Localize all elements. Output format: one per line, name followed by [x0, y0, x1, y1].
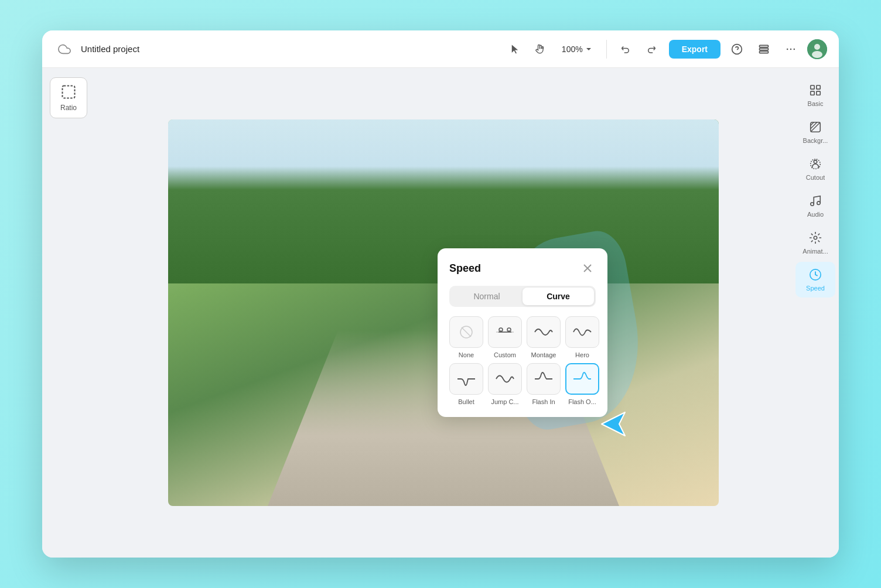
- speed-icon-jump-cut: [488, 363, 522, 395]
- panel-item-cutout[interactable]: Cutout: [795, 151, 835, 187]
- project-title: Untitled project: [81, 44, 139, 54]
- svg-rect-25: [811, 86, 814, 89]
- popup-title: Speed: [449, 262, 481, 275]
- panel-label-background: Backgr...: [803, 137, 828, 144]
- speed-icon-flash-in: [527, 363, 561, 395]
- panel-label-animate: Animat...: [803, 248, 828, 255]
- speed-label-hero: Hero: [575, 351, 589, 358]
- header-divider: [606, 40, 607, 59]
- svg-rect-11: [63, 86, 75, 98]
- panel-item-basic[interactable]: Basic: [795, 77, 835, 113]
- speed-option-flash-out[interactable]: Flash O...: [565, 363, 599, 405]
- speed-label-jump-cut: Jump C...: [491, 398, 518, 405]
- cloud-icon[interactable]: [54, 39, 75, 60]
- panel-item-background[interactable]: Backgr...: [795, 114, 835, 150]
- panel-item-speed[interactable]: Speed: [795, 262, 835, 298]
- svg-marker-24: [602, 412, 625, 436]
- panel-label-audio: Audio: [807, 211, 824, 218]
- svg-point-33: [814, 160, 817, 164]
- help-button[interactable]: [726, 39, 747, 60]
- panel-label-cutout: Cutout: [806, 174, 825, 181]
- speed-icon-none: [449, 316, 483, 348]
- speed-label-flash-in: Flash In: [532, 398, 555, 405]
- svg-rect-4: [760, 51, 769, 53]
- svg-rect-28: [817, 91, 820, 95]
- user-avatar[interactable]: [807, 39, 827, 59]
- speed-icon-bullet: [449, 363, 483, 395]
- svg-marker-0: [512, 45, 518, 53]
- tab-bar: Normal Curve: [449, 286, 596, 307]
- speed-label-custom: Custom: [494, 351, 516, 358]
- right-panel: Basic Backgr...: [792, 68, 839, 558]
- svg-rect-3: [760, 48, 769, 50]
- body: Ratio Speed: [42, 68, 839, 558]
- hand-tool[interactable]: [530, 39, 551, 60]
- svg-point-5: [787, 48, 788, 50]
- speed-label-montage: Montage: [531, 351, 556, 358]
- canvas-image: Speed Normal Curve: [168, 119, 719, 506]
- canvas-area: Speed Normal Curve: [95, 68, 792, 558]
- panel-item-audio[interactable]: Audio: [795, 188, 835, 224]
- ratio-label: Ratio: [60, 104, 77, 112]
- grid-icon: [808, 83, 822, 97]
- tab-curve[interactable]: Curve: [523, 288, 594, 305]
- left-panel: Ratio: [42, 68, 95, 558]
- redo-button[interactable]: [641, 39, 662, 60]
- speed-icon-hero: [565, 316, 599, 348]
- select-tool[interactable]: [504, 39, 525, 60]
- tab-normal[interactable]: Normal: [451, 288, 523, 305]
- svg-rect-26: [817, 86, 820, 89]
- speed-option-none[interactable]: None: [449, 316, 483, 358]
- zoom-control[interactable]: 100%: [556, 41, 598, 57]
- speed-option-bullet[interactable]: Bullet: [449, 363, 483, 405]
- panel-label-basic: Basic: [808, 100, 824, 107]
- export-button[interactable]: Export: [669, 40, 720, 59]
- speed-icon-custom: [488, 316, 522, 348]
- header-left: Untitled project: [54, 39, 497, 60]
- svg-point-36: [817, 201, 821, 205]
- svg-point-10: [812, 51, 822, 58]
- svg-rect-2: [760, 45, 769, 47]
- undo-button[interactable]: [615, 39, 636, 60]
- svg-point-37: [814, 236, 817, 240]
- header-right: Export: [669, 39, 827, 60]
- speed-option-hero[interactable]: Hero: [565, 316, 599, 358]
- svg-point-35: [811, 203, 814, 206]
- panel-item-animate[interactable]: Animat...: [795, 225, 835, 261]
- speed-popup: Speed Normal Curve: [438, 248, 607, 417]
- app-window: Untitled project 100%: [42, 30, 839, 558]
- layers-button[interactable]: [753, 39, 774, 60]
- more-button[interactable]: [780, 39, 801, 60]
- ratio-button[interactable]: Ratio: [50, 77, 87, 118]
- speed-label-flash-out: Flash O...: [568, 398, 596, 405]
- speed-label-bullet: Bullet: [458, 398, 474, 405]
- svg-line-15: [462, 327, 471, 337]
- svg-rect-27: [811, 91, 814, 95]
- speed-icon-montage: [527, 316, 561, 348]
- cutout-icon: [808, 157, 822, 171]
- speed-icon: [808, 268, 822, 282]
- panel-label-speed: Speed: [806, 285, 825, 292]
- cursor-arrow: [596, 406, 631, 442]
- mask-icon: [808, 120, 822, 134]
- speed-grid: None: [449, 316, 596, 405]
- speed-option-flash-in[interactable]: Flash In: [527, 363, 561, 405]
- svg-point-6: [790, 48, 792, 50]
- header-center: 100%: [504, 39, 662, 60]
- svg-point-7: [794, 48, 795, 50]
- header: Untitled project 100%: [42, 30, 839, 68]
- speed-icon-flash-out: [565, 363, 599, 395]
- speed-label-none: None: [459, 351, 474, 358]
- speed-option-jump-cut[interactable]: Jump C...: [488, 363, 522, 405]
- popup-header: Speed: [449, 260, 596, 276]
- animate-icon: [808, 231, 822, 245]
- music-icon: [808, 194, 822, 208]
- speed-option-custom[interactable]: Custom: [488, 316, 522, 358]
- svg-line-31: [811, 122, 817, 129]
- close-popup-button[interactable]: [579, 260, 596, 276]
- speed-option-montage[interactable]: Montage: [527, 316, 561, 358]
- svg-point-9: [814, 44, 820, 50]
